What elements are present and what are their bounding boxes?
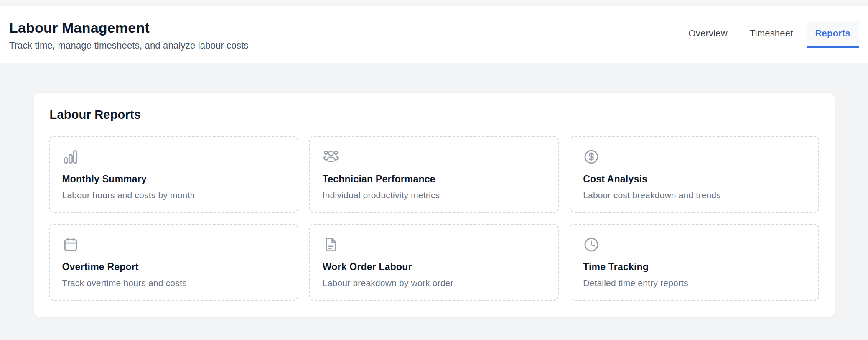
report-card-title: Overtime Report xyxy=(62,261,139,273)
report-card-description: Labour breakdown by work order xyxy=(323,278,453,288)
tab-timesheet[interactable]: Timesheet xyxy=(741,21,802,48)
report-grid: Monthly Summary Labour hours and costs b… xyxy=(49,136,820,301)
page-subtitle: Track time, manage timesheets, and analy… xyxy=(9,40,249,51)
report-card-work-order-labour[interactable]: Work Order Labour Labour breakdown by wo… xyxy=(309,224,559,301)
page-header: Labour Management Track time, manage tim… xyxy=(0,6,868,63)
file-text-icon xyxy=(323,236,339,253)
report-card-title: Technician Performance xyxy=(323,174,435,185)
calendar-icon xyxy=(62,236,79,253)
report-card-title: Time Tracking xyxy=(583,261,649,273)
report-card-time-tracking[interactable]: Time Tracking Detailed time entry report… xyxy=(570,224,819,301)
report-card-description: Labour cost breakdown and trends xyxy=(583,190,721,200)
clock-icon xyxy=(583,236,600,253)
top-strip xyxy=(0,0,868,6)
panel-title: Labour Reports xyxy=(50,108,820,122)
report-card-cost-analysis[interactable]: Cost Analysis Labour cost breakdown and … xyxy=(570,136,819,213)
page-title: Labour Management xyxy=(9,19,249,36)
header-tabs: Overview Timesheet Reports xyxy=(680,21,859,48)
report-card-title: Monthly Summary xyxy=(62,174,147,185)
dollar-circle-icon xyxy=(583,148,600,165)
report-card-monthly-summary[interactable]: Monthly Summary Labour hours and costs b… xyxy=(49,136,298,213)
bar-chart-icon xyxy=(62,148,79,165)
report-card-description: Labour hours and costs by month xyxy=(62,190,195,200)
tab-reports[interactable]: Reports xyxy=(807,21,859,48)
labour-management-screen: Labour Management Track time, manage tim… xyxy=(0,0,868,340)
report-card-technician-performance[interactable]: Technician Performance Individual produc… xyxy=(309,136,559,213)
report-card-description: Track overtime hours and costs xyxy=(62,278,187,288)
tab-overview[interactable]: Overview xyxy=(680,21,736,48)
report-card-title: Cost Analysis xyxy=(583,174,647,185)
labour-reports-panel: Labour Reports Monthly Summary Labour ho… xyxy=(33,92,835,317)
report-card-title: Work Order Labour xyxy=(323,261,412,273)
users-icon xyxy=(323,148,339,165)
report-card-description: Detailed time entry reports xyxy=(583,278,688,288)
header-text-block: Labour Management Track time, manage tim… xyxy=(9,18,249,51)
report-card-description: Individual productivity metrics xyxy=(323,190,440,200)
report-card-overtime-report[interactable]: Overtime Report Track overtime hours and… xyxy=(49,224,298,301)
main-content: Labour Reports Monthly Summary Labour ho… xyxy=(0,92,868,317)
